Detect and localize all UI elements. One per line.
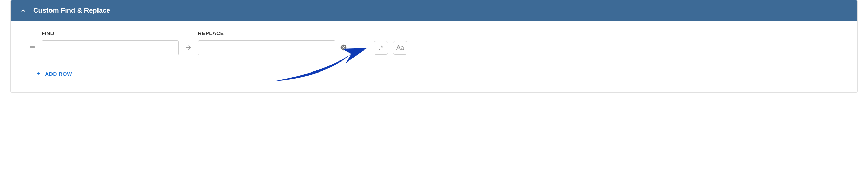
add-row-button[interactable]: + ADD ROW (28, 66, 81, 81)
replace-label: REPLACE (198, 30, 224, 36)
find-label: FIND (42, 30, 179, 36)
panel-header[interactable]: Custom Find & Replace (11, 0, 857, 21)
drag-handle-icon[interactable] (28, 44, 37, 51)
find-replace-row: .* Aa (28, 40, 840, 55)
labels-row: FIND REPLACE (28, 30, 840, 36)
panel-body: FIND REPLACE .* Aa (11, 21, 857, 92)
find-input[interactable] (42, 40, 179, 55)
case-sensitive-toggle-button[interactable]: Aa (393, 41, 407, 55)
arrow-right-icon (184, 44, 193, 52)
close-circle-icon (340, 44, 347, 52)
panel-title: Custom Find & Replace (33, 7, 110, 14)
find-replace-panel: Custom Find & Replace FIND REPLACE .* (10, 0, 858, 93)
add-row-label: ADD ROW (45, 71, 72, 77)
chevron-up-icon[interactable] (20, 8, 26, 14)
regex-toggle-button[interactable]: .* (374, 41, 388, 55)
plus-icon: + (37, 70, 41, 77)
case-icon: Aa (396, 44, 404, 52)
remove-row-button[interactable] (340, 44, 347, 52)
regex-icon: .* (379, 44, 383, 52)
replace-input[interactable] (198, 40, 335, 55)
